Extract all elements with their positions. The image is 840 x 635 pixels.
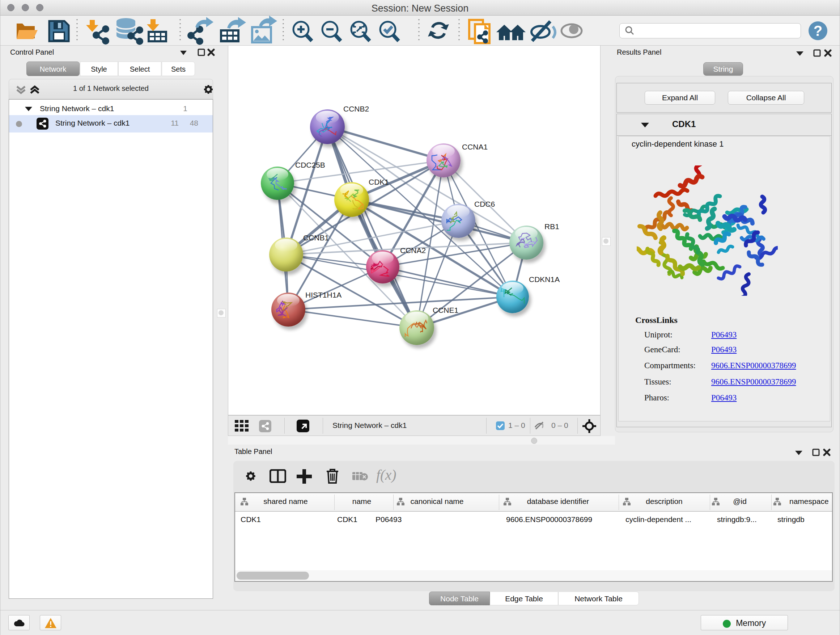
svg-text:?: ?	[813, 23, 822, 39]
